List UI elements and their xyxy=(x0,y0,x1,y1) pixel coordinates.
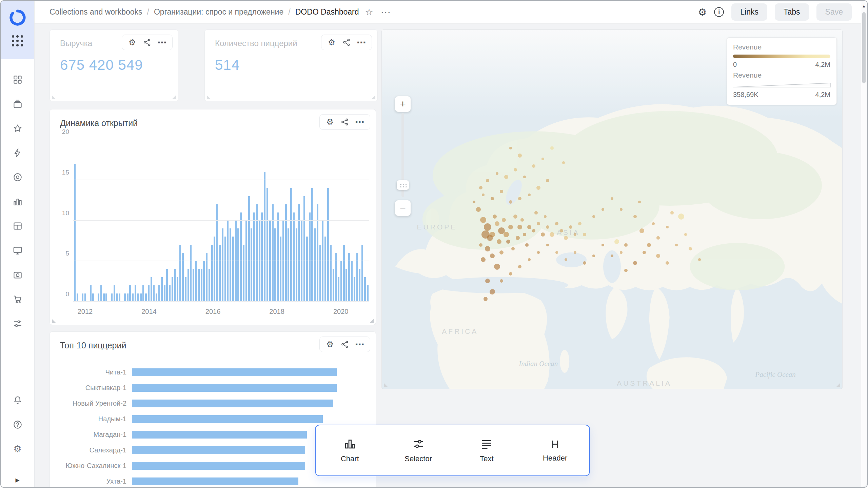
lightning-icon[interactable] xyxy=(12,147,23,159)
favorite-star-icon[interactable]: ☆ xyxy=(365,7,373,18)
breadcrumb: Collections and workbooks/Организации: с… xyxy=(50,7,359,17)
widget-settings-icon[interactable]: ⚙ xyxy=(325,37,338,47)
breadcrumb-item: DODO Dashboard xyxy=(295,7,359,17)
legend-color-max: 4,2M xyxy=(815,61,830,68)
add-text-button[interactable]: Text xyxy=(459,438,514,463)
zoom-out-button[interactable]: − xyxy=(395,200,411,216)
storage-icon[interactable] xyxy=(12,269,23,281)
map-point xyxy=(485,246,490,251)
bar xyxy=(296,228,297,302)
sidebar-expand-icon[interactable]: ▸ xyxy=(1,475,34,485)
breadcrumb-item[interactable]: Организации: спрос и предложение xyxy=(154,7,283,17)
widget-revenue[interactable]: Выручка ⚙⋯ 675 420 549 xyxy=(50,29,178,101)
scrollbar-up-icon[interactable]: ▲ xyxy=(861,1,867,8)
widget-more-icon[interactable]: ⋯ xyxy=(355,37,368,47)
monitoring-icon[interactable] xyxy=(12,245,23,256)
resize-handle[interactable] xyxy=(370,319,374,323)
widgets-grid-icon[interactable] xyxy=(12,74,23,85)
top10-row: Новый Уренгой-2 xyxy=(60,395,362,411)
zoom-slider[interactable] xyxy=(395,112,411,198)
dashboard-canvas: Выручка ⚙⋯ 675 420 549 Количество пиццер… xyxy=(35,24,867,487)
map-point xyxy=(500,279,503,283)
scrollbar[interactable]: ▲ xyxy=(861,1,867,487)
bar xyxy=(201,269,202,302)
breadcrumb-more-icon[interactable]: ⋯ xyxy=(381,9,391,16)
add-header-button[interactable]: HHeader xyxy=(528,439,582,463)
widget-openings-dynamics[interactable]: Динамика открытий ⚙⋯ 0510152020122014201… xyxy=(50,109,376,325)
lens-icon[interactable] xyxy=(12,171,23,183)
tabs-button[interactable]: Tabs xyxy=(775,3,809,21)
bar xyxy=(174,269,176,302)
widget-more-icon[interactable]: ⋯ xyxy=(353,339,367,349)
bar xyxy=(151,277,152,302)
notifications-bell-icon[interactable] xyxy=(12,394,23,406)
bar xyxy=(135,285,136,302)
map-point xyxy=(678,214,684,220)
map-point xyxy=(473,201,475,203)
help-icon[interactable] xyxy=(12,419,23,430)
bar xyxy=(343,245,345,302)
add-selector-button[interactable]: Selector xyxy=(391,438,446,463)
zoom-in-button[interactable]: + xyxy=(395,96,411,112)
bar xyxy=(158,285,160,302)
top-bar: Collections and workbooks/Организации: с… xyxy=(35,1,867,24)
bar xyxy=(243,245,244,302)
add-chart-button[interactable]: Chart xyxy=(323,438,377,463)
marketplace-cart-icon[interactable] xyxy=(12,293,23,305)
widget-more-icon[interactable]: ⋯ xyxy=(155,37,169,47)
bar xyxy=(359,269,360,302)
bar xyxy=(338,277,339,302)
scrollbar-thumb[interactable] xyxy=(862,12,866,83)
top-actions: ⚙ i Links Tabs Save xyxy=(698,3,852,21)
widget-share-icon[interactable] xyxy=(338,339,352,349)
app-logo[interactable] xyxy=(8,8,27,27)
all-services-icon[interactable] xyxy=(12,35,23,46)
map-point xyxy=(525,243,529,247)
zoom-slider-handle[interactable] xyxy=(397,180,409,190)
widget-settings-icon[interactable]: ⚙ xyxy=(323,339,337,349)
breadcrumb-item[interactable]: Collections and workbooks xyxy=(50,7,142,17)
collections-icon[interactable] xyxy=(12,98,23,110)
gridline xyxy=(73,220,369,221)
map-point xyxy=(583,261,586,265)
map-point xyxy=(624,269,628,272)
resize-handle[interactable] xyxy=(52,95,56,99)
map-legend: Revenue 0 4,2M Revenue 358,69K 4,2M xyxy=(727,37,837,105)
resize-handle[interactable] xyxy=(371,95,375,99)
bar xyxy=(293,212,295,302)
map-point xyxy=(560,229,563,232)
bar xyxy=(193,269,194,302)
bar xyxy=(209,269,210,302)
favorites-star-icon[interactable] xyxy=(12,123,23,134)
tool-label: Header xyxy=(543,454,567,463)
charts-icon[interactable] xyxy=(12,196,23,207)
tables-icon[interactable] xyxy=(12,220,23,232)
bar xyxy=(77,293,78,302)
widget-share-icon[interactable] xyxy=(340,37,353,47)
widget-settings-icon[interactable]: ⚙ xyxy=(125,37,139,47)
widget-settings-icon[interactable]: ⚙ xyxy=(323,117,337,127)
map-point xyxy=(656,236,660,240)
map-point xyxy=(578,222,581,225)
widget-pizzeria-count[interactable]: Количество пиццерий ⚙⋯ 514 xyxy=(204,29,378,101)
resize-handle[interactable] xyxy=(172,95,176,99)
widget-revenue-map[interactable]: EUROPEASIAAFRICAAUSTRALIAIndian OceanPac… xyxy=(381,29,843,389)
dashboard-settings-icon[interactable]: ⚙ xyxy=(698,6,707,18)
widget-share-icon[interactable] xyxy=(338,117,352,127)
breadcrumb-separator: / xyxy=(288,7,290,17)
resize-handle[interactable] xyxy=(52,319,56,323)
resize-handle[interactable] xyxy=(207,95,211,99)
links-button[interactable]: Links xyxy=(731,3,767,21)
bar xyxy=(248,196,250,302)
map-point xyxy=(490,253,495,258)
settings-gear-icon[interactable]: ⚙ xyxy=(12,443,23,455)
widget-share-icon[interactable] xyxy=(140,37,154,47)
legend-color-min: 0 xyxy=(733,61,737,68)
services-icon[interactable] xyxy=(12,318,23,329)
info-icon[interactable]: i xyxy=(714,7,724,17)
widget-more-icon[interactable]: ⋯ xyxy=(353,117,367,127)
legend-size-wedge xyxy=(733,83,830,89)
map-point xyxy=(536,186,540,190)
top10-row: Чита-1 xyxy=(60,364,362,380)
map-point xyxy=(532,229,535,232)
